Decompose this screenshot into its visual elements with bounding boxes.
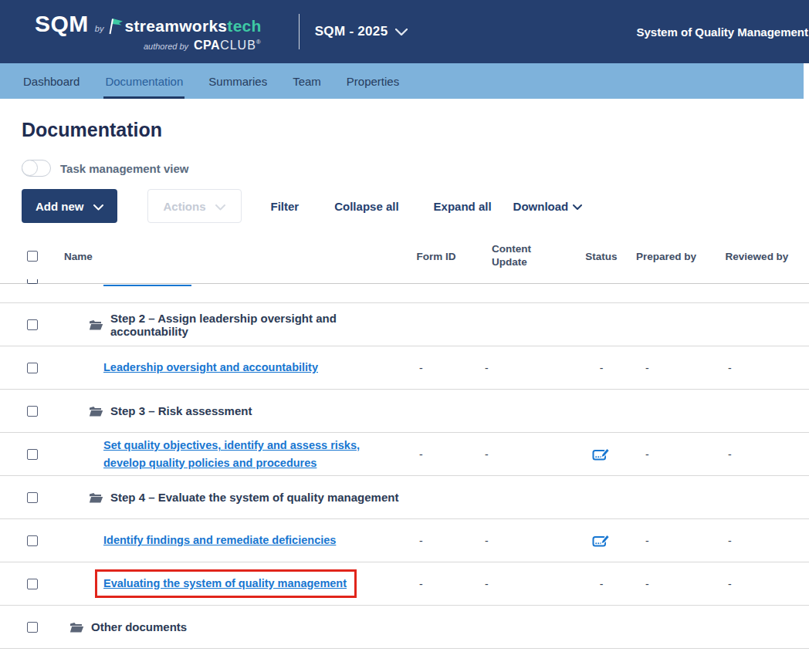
column-prepared-by: Prepared by	[628, 251, 705, 262]
tab-bar: Dashboard Documentation Summaries Team P…	[0, 63, 809, 99]
edit-document-icon[interactable]	[592, 447, 611, 462]
cell-prepared-by: -	[628, 578, 705, 590]
table-row: Set quality objectives, identify and ass…	[0, 433, 809, 476]
actions-button: Actions	[147, 189, 242, 223]
workspace-selector[interactable]: SQM - 2025	[315, 24, 408, 39]
documents-table: Name Form ID Content Update Status Prepa…	[0, 235, 809, 649]
cell-checkbox	[27, 535, 64, 546]
cell-reviewed-by: -	[705, 362, 809, 374]
table-body: Step 2 – Assign leadership oversight and…	[0, 277, 809, 649]
cell-name: Evaluating the system of quality managem…	[64, 569, 401, 598]
cell-name: Step 4 – Evaluate the system of quality …	[64, 491, 401, 504]
cell-status	[575, 447, 628, 462]
row-checkbox-fragment[interactable]	[27, 279, 38, 284]
cell-content-update: -	[471, 362, 575, 374]
add-new-label: Add new	[36, 200, 84, 213]
filter-button[interactable]: Filter	[271, 200, 300, 213]
highlight-annotation-box: Evaluating the system of quality managem…	[95, 569, 357, 598]
cell-name: Set quality objectives, identify and ass…	[64, 437, 401, 471]
cell-status: -	[575, 578, 628, 590]
row-checkbox[interactable]	[27, 492, 38, 503]
tab-team[interactable]: Team	[291, 63, 323, 99]
flag-icon	[107, 18, 124, 38]
row-checkbox[interactable]	[27, 622, 38, 633]
task-management-toggle[interactable]	[22, 160, 51, 177]
cell-checkbox	[27, 363, 64, 373]
row-checkbox[interactable]	[27, 363, 38, 373]
document-link[interactable]: Set quality objectives, identify and ass…	[103, 437, 401, 471]
row-checkbox[interactable]	[27, 579, 38, 589]
table-row: Other documents	[0, 606, 809, 649]
column-name: Name	[64, 251, 401, 262]
task-view-toggle-row: Task management view	[22, 160, 809, 177]
download-button[interactable]: Download	[513, 200, 583, 213]
folder-label[interactable]: Other documents	[91, 620, 187, 633]
row-checkbox[interactable]	[27, 406, 38, 417]
edit-document-icon[interactable]	[592, 533, 611, 549]
actions-label: Actions	[164, 200, 206, 213]
cell-name: Other documents	[64, 620, 401, 633]
column-reviewed-by: Reviewed by	[705, 251, 809, 262]
table-row-clipped	[0, 277, 809, 303]
folder-open-icon	[89, 319, 103, 331]
logo-sqm-text: SQM	[35, 11, 89, 37]
brand-streamworks: streamworks	[124, 17, 227, 35]
select-all-checkbox[interactable]	[27, 251, 38, 262]
cell-reviewed-by: -	[705, 535, 809, 547]
cell-form-id: -	[401, 578, 471, 590]
tab-dashboard[interactable]: Dashboard	[22, 63, 81, 99]
document-link[interactable]: Leadership oversight and accountability	[103, 359, 318, 376]
cell-checkbox	[27, 319, 64, 330]
brand-tech: tech	[227, 17, 261, 35]
table-header: Name Form ID Content Update Status Prepa…	[0, 235, 809, 277]
add-new-button[interactable]: Add new	[22, 189, 117, 223]
cell-checkbox	[27, 622, 64, 633]
page-title: Documentation	[22, 119, 809, 141]
cell-name: Identify findings and remediate deficien…	[64, 532, 401, 549]
expand-all-button[interactable]: Expand all	[434, 200, 492, 213]
toolbar: Add new Actions Filter Collapse all Expa…	[22, 189, 809, 223]
tab-documentation[interactable]: Documentation	[103, 63, 184, 99]
chevron-down-icon	[573, 200, 582, 213]
table-row: Step 3 – Risk assessment	[0, 390, 809, 433]
cell-prepared-by: -	[628, 362, 705, 374]
table-row: Evaluating the system of quality managem…	[0, 562, 809, 606]
authored-by-text: authored by	[144, 42, 188, 51]
folder-open-icon	[89, 406, 103, 417]
workspace-label: SQM - 2025	[315, 24, 388, 39]
table-row: Step 4 – Evaluate the system of quality …	[0, 476, 809, 519]
folder-open-icon	[69, 622, 84, 633]
folder-label[interactable]: Step 4 – Evaluate the system of quality …	[110, 491, 398, 504]
chevron-down-icon	[395, 25, 408, 39]
chevron-down-icon	[93, 200, 103, 213]
folder-open-icon	[89, 492, 103, 504]
document-link[interactable]: Identify findings and remediate deficien…	[103, 532, 336, 549]
logo-by-text: by	[95, 24, 104, 33]
cell-prepared-by: -	[628, 448, 705, 461]
tabbar-notch	[804, 63, 809, 99]
table-row: Leadership oversight and accountability-…	[0, 346, 809, 390]
document-link[interactable]: Evaluating the system of quality managem…	[103, 577, 347, 589]
cell-form-id: -	[401, 535, 471, 547]
header-divider	[299, 14, 300, 49]
folder-label[interactable]: Step 3 – Risk assessment	[110, 404, 252, 417]
table-row: Step 2 – Assign leadership oversight and…	[0, 303, 809, 346]
toggle-knob	[22, 160, 38, 176]
row-checkbox[interactable]	[27, 449, 38, 460]
row-checkbox[interactable]	[27, 319, 38, 330]
folder-label[interactable]: Step 2 – Assign leadership oversight and…	[110, 312, 401, 338]
cell-checkbox	[27, 579, 64, 589]
chevron-down-icon	[215, 200, 225, 213]
tab-properties[interactable]: Properties	[345, 63, 401, 99]
collapse-all-button[interactable]: Collapse all	[334, 200, 398, 213]
cell-reviewed-by: -	[705, 448, 809, 461]
cell-prepared-by: -	[628, 535, 705, 547]
row-checkbox[interactable]	[27, 535, 38, 546]
brand-club: CLUB®	[220, 39, 262, 52]
clipped-document-link[interactable]	[103, 285, 191, 286]
column-status: Status	[575, 251, 628, 262]
tab-summaries[interactable]: Summaries	[207, 63, 269, 99]
cell-checkbox	[27, 406, 64, 417]
cell-form-id: -	[401, 362, 471, 374]
cell-form-id: -	[401, 448, 471, 461]
